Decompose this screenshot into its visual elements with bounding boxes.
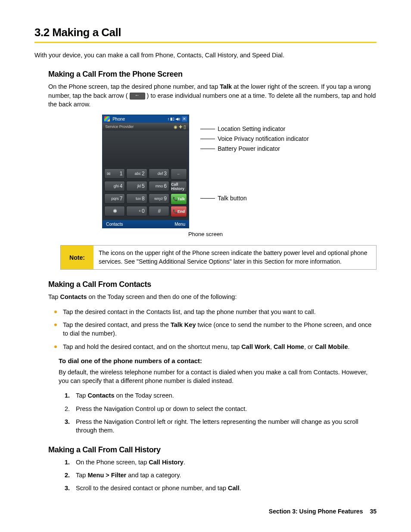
key-3[interactable]: def3 (149, 168, 169, 179)
phone-screen-paragraph: On the Phone screen, tap the desired pho… (48, 82, 377, 109)
key-end[interactable]: 📞 End (171, 206, 187, 217)
location-icon: ◉ (174, 124, 177, 129)
list-item: Tap the desired contact, and press the T… (54, 320, 377, 338)
softkey-contacts[interactable]: Contacts (106, 222, 123, 227)
intro-paragraph: With your device, you can make a call fr… (34, 51, 377, 59)
key-talk[interactable]: 📞 Talk (171, 193, 187, 205)
divider-yellow (34, 42, 377, 43)
key-0[interactable]: +0 (126, 206, 147, 216)
key-9[interactable]: wxyz9 (149, 193, 169, 204)
soft-key-bar: Contacts Menu (103, 220, 189, 228)
page-footer: Section 3: Using Phone Features35 (269, 508, 377, 515)
note-box: Note: The icons on the upper right of th… (60, 245, 377, 270)
figure-phone-screen: Phone ↕▮▯◀ϵ✕ Service Provider ◉✚▯ 1 abc2… (34, 115, 377, 228)
subhead-call-history: Making a Call From Call History (48, 445, 377, 454)
signal-icon: ▮▯ (170, 117, 174, 121)
note-body: The icons on the upper right of the Phon… (93, 246, 376, 269)
step-heading: To dial one of the phone numbers of a co… (59, 357, 377, 364)
callout-location: Location Setting indicator (200, 126, 309, 132)
keypad: 1 abc2 def3 ← ghi4 jkl5 mno6 Call Histor… (103, 167, 189, 220)
key-4[interactable]: ghi4 (104, 181, 125, 191)
callout-privacy: Voice Privacy notification indicator (200, 136, 309, 142)
key-backspace[interactable]: ← (171, 168, 187, 180)
subhead-phone-screen: Making a Call From the Phone Screen (48, 70, 377, 79)
volume-icon: ◀ϵ (175, 117, 181, 121)
contacts-bullets: Tap the desired contact in the Contacts … (54, 308, 377, 351)
key-8[interactable]: tuv8 (126, 193, 147, 204)
list-item: Tap the desired contact in the Contacts … (54, 308, 377, 316)
sync-icon: ↕ (168, 117, 170, 121)
display-area (103, 131, 189, 167)
close-icon: ✕ (182, 116, 187, 121)
key-star[interactable]: ✱ (104, 206, 125, 216)
contacts-intro: Tap Contacts on the Today screen and the… (48, 292, 377, 301)
note-label: Note: (61, 246, 93, 269)
section-number-title: 3.2 Making a Call (34, 26, 377, 39)
key-hash[interactable]: # (149, 206, 169, 216)
step-item: Tap Contacts on the Today screen. (65, 391, 377, 400)
key-6[interactable]: mno6 (149, 181, 169, 191)
step-item: On the Phone screen, tap Call History. (65, 458, 377, 467)
provider-bar: Service Provider ◉✚▯ (103, 123, 189, 131)
key-2[interactable]: abc2 (126, 168, 147, 179)
back-arrow-icon (130, 93, 145, 100)
softkey-menu[interactable]: Menu (174, 222, 185, 227)
key-call-history[interactable]: Call History (171, 181, 187, 192)
callout-talk: Talk button (200, 195, 309, 201)
battery-icon: ▯ (184, 124, 186, 129)
step-item: Tap Menu > Filter and tap a category. (65, 471, 377, 479)
subhead-contacts: Making a Call From Contacts (48, 280, 377, 289)
privacy-icon: ✚ (179, 124, 182, 129)
figure-caption: Phone screen (34, 231, 377, 237)
contacts-steps: Tap Contacts on the Today screen. Press … (65, 391, 377, 435)
key-7[interactable]: pqrs7 (104, 193, 125, 204)
step-item: Press the Navigation Control up or down … (65, 404, 377, 413)
phone-screenshot: Phone ↕▮▯◀ϵ✕ Service Provider ◉✚▯ 1 abc2… (102, 115, 189, 228)
key-1[interactable]: 1 (104, 168, 125, 179)
step-item: Press the Navigation Control left or rig… (65, 417, 377, 435)
history-steps: On the Phone screen, tap Call History. T… (65, 458, 377, 493)
callouts: Location Setting indicator Voice Privacy… (200, 115, 309, 205)
step-intro: By default, the wireless telephone numbe… (59, 368, 377, 386)
callout-battery: Battery Power indicator (200, 146, 309, 152)
list-item: Tap and hold the desired contact, and on… (54, 342, 377, 351)
key-5[interactable]: jkl5 (126, 181, 147, 191)
start-flag-icon (104, 116, 110, 121)
title-bar: Phone ↕▮▯◀ϵ✕ (103, 115, 189, 123)
step-item: Scroll to the desired contact or phone n… (65, 484, 377, 492)
